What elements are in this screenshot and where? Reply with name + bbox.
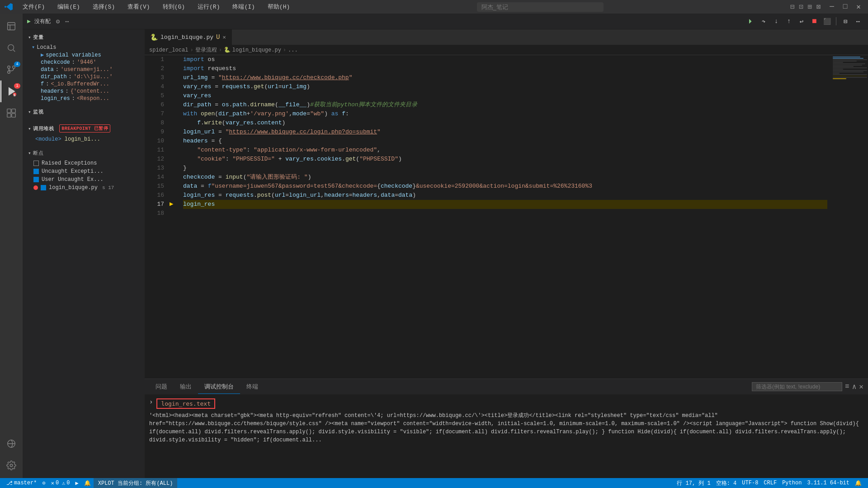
debug-restart-btn[interactable]: ↩ [796,16,807,27]
editor-split-btn[interactable]: ⊟ [840,16,851,27]
menu-select[interactable]: 选择(S) [90,2,118,12]
tab-login-biquge[interactable]: 🐍 login_biquge.py U ✕ [145,29,232,45]
debug-square-btn[interactable]: ⬛ [821,16,832,27]
data-item[interactable]: data : 'username=ji...' [35,66,145,73]
activity-settings-icon[interactable] [0,455,22,476]
panel-filter-input[interactable] [752,382,842,391]
headers-item[interactable]: headers : {'content... [35,88,145,95]
menu-terminal[interactable]: 终端(I) [230,2,257,12]
locals-header[interactable]: ▾ Locals [26,43,145,51]
status-encoding[interactable]: UTF-8 [739,478,761,488]
bp-raised-checkbox[interactable] [33,161,39,166]
status-line-ending[interactable]: CRLF [761,478,779,488]
bp-uncaught-label: Uncaught Excepti... [42,168,104,175]
language-text: Python [782,480,802,486]
activity-run-debug-icon[interactable]: 1 1 [0,81,22,102]
breadcrumb-part-1[interactable]: spider_local [149,47,188,53]
code-line-11: "content-type": "application/x-www-form-… [183,146,827,155]
dirpath-value: 'd:\\jiu...' [74,74,113,80]
close-button[interactable]: ✕ [856,2,861,11]
activity-source-control-icon[interactable]: 4 [0,59,22,81]
dirpath-item[interactable]: dir_path : 'd:\\jiu...' [35,73,145,81]
debug-step-out-btn[interactable]: ↑ [783,16,794,27]
code-content[interactable]: import os import requests url_img = "htt… [179,55,832,379]
status-line-col[interactable]: 行 17, 列 1 [674,478,713,488]
run-config-label: 没有配 [34,18,51,25]
editor-more-btn[interactable]: ⋯ [853,16,863,27]
status-errors[interactable]: ✕ 0 ⚠ 0 [48,478,73,488]
status-notification[interactable]: 🔔 [81,478,94,488]
status-language[interactable]: Python [779,478,804,488]
breakpoints-section: ▾ 断点 Raised Exceptions Uncaught Excepti.… [23,145,145,194]
activity-extensions-icon[interactable] [0,102,22,124]
minimap-content [832,55,868,81]
maximize-button[interactable]: □ [843,3,848,11]
panel-tab-terminal[interactable]: 终端 [240,380,264,394]
breakpoints-header[interactable]: ▾ 断点 [23,147,145,159]
tab-modified-icon: U [216,33,220,41]
debug-stop-btn[interactable]: ⏹ [809,16,820,27]
status-remote[interactable]: ⊙ [39,478,48,488]
run-settings-icon[interactable]: ⚙ [56,18,60,25]
layout-icons[interactable]: ⊟ ⊡ ⊞ ⊠ [790,2,821,11]
bp-raised-exceptions[interactable]: Raised Exceptions [23,159,145,167]
menu-run[interactable]: 运行(R) [195,2,222,12]
bp-uncaught-exceptions[interactable]: Uncaught Excepti... [23,167,145,175]
menu-edit[interactable]: 编辑(E) [55,2,82,12]
run-ellipsis-icon[interactable]: ⋯ [65,18,69,25]
checkcode-item[interactable]: checkcode : '9446' [35,59,145,66]
menu-goto[interactable]: 转到(G) [160,2,188,12]
breadcrumb-py-icon: 🐍 [224,47,231,53]
tab-close-btn[interactable]: ✕ [222,34,226,41]
variables-header[interactable]: ▾ 变量 [23,31,145,43]
status-run[interactable]: ▶ [73,478,81,488]
bp-user-uncaught-checkbox[interactable] [33,177,39,182]
special-vars-item[interactable]: ▶ special variables [35,51,145,59]
loginres-item[interactable]: login_res : <Respon... [35,95,145,102]
global-search-input[interactable] [477,2,604,12]
f-item[interactable]: f : <_io.BufferedWr... [35,81,145,88]
run-status-icon: ▶ [75,480,79,487]
panel-tab-problems[interactable]: 问题 [149,380,174,394]
menu-view[interactable]: 查看(V) [125,2,152,12]
headers-key: headers [41,88,63,95]
minimize-button[interactable]: ─ [830,3,834,11]
checkcode-key: checkcode [41,59,70,66]
menu-help[interactable]: 帮助(H) [265,2,292,12]
menu-file[interactable]: 文件(F) [20,2,47,12]
status-spaces[interactable]: 空格: 4 [713,478,740,488]
bp-login-checkbox[interactable] [41,185,46,190]
encoding-text: UTF-8 [742,480,758,486]
bp-user-uncaught[interactable]: User Uncaught Ex... [23,175,145,184]
panel-tab-debug-console[interactable]: 调试控制台 [198,380,240,394]
activity-explorer-icon[interactable] [0,15,22,37]
panel-filter-icon[interactable]: ≡ [845,383,849,391]
code-editor[interactable]: 1 2 3 4 5 6 7 8 9 10 11 12 13 14 15 16 1… [145,55,868,379]
status-python-version[interactable]: 3.11.1 64-bit [804,478,852,488]
code-line-4: vary_res = requests.get(url=url_img) [183,82,827,91]
callstack-header[interactable]: ▾ 调用堆栈 breakpoint 已暂停 [23,122,145,135]
debug-step-over-btn[interactable]: ↷ [758,16,769,27]
status-xplot[interactable]: XPLOT 当前分组: 所有(ALL) [94,478,178,488]
panel-collapse-icon[interactable]: ∧ [852,382,857,391]
breadcrumb-part-3[interactable]: login_biquge.py [232,47,281,53]
breadcrumb-part-2[interactable]: 登录流程 [195,46,217,54]
activity-search-icon[interactable] [0,37,22,59]
status-bell[interactable]: 🔔 [852,478,864,488]
breadcrumb-sep-2: › [219,47,222,53]
panel-close-icon[interactable]: ✕ [859,382,863,391]
bp-login-biquge[interactable]: login_biquge.py s 17 [23,184,145,192]
debug-continue-btn[interactable]: ⏵ [745,16,756,27]
callstack-item[interactable]: <module> login_bi... [23,135,145,143]
watch-header[interactable]: ▾ 监视 [23,106,145,118]
bp-login-line: s 17 [102,185,114,190]
breadcrumb-sep-1: › [190,47,193,53]
status-branch[interactable]: ⎇ master* [4,478,39,488]
debug-step-into-btn[interactable]: ↓ [771,16,782,27]
bp-uncaught-checkbox[interactable] [33,169,39,174]
panel-tab-output[interactable]: 输出 [174,380,198,394]
svg-rect-11 [12,114,15,117]
activity-remote-icon[interactable] [0,433,22,455]
code-line-15: data = f"username=jiuwen567&password=tes… [183,182,827,191]
data-value: 'username=ji...' [61,66,113,73]
